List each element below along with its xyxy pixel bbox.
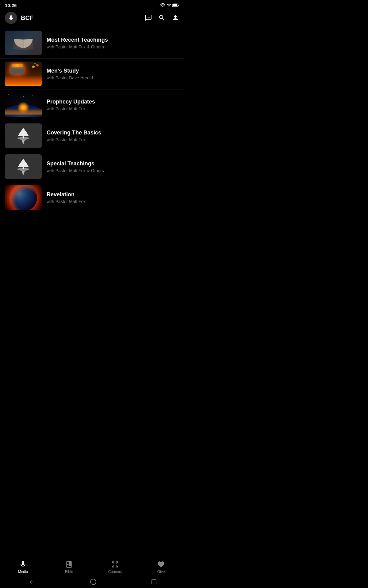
- teaching-info-revelation: Revelation with Pastor Matt Fox: [47, 191, 179, 204]
- teaching-info-prophecy: Prophecy Updates with Pastor Matt Fox: [47, 99, 179, 111]
- battery-icon: [172, 3, 179, 7]
- search-icon[interactable]: [158, 14, 166, 21]
- thumbnail-prophecy: [5, 92, 42, 117]
- teaching-subtitle-revelation: with Pastor Matt Fox: [47, 199, 179, 204]
- svg-rect-5: [10, 19, 12, 20]
- header-actions: [145, 14, 179, 21]
- app-title: BCF: [21, 14, 33, 21]
- thumbnail-covering-basics: [5, 123, 42, 148]
- teaching-subtitle-covering-basics: with Pastor Matt Fox: [47, 137, 179, 142]
- svg-marker-4: [9, 16, 13, 19]
- teaching-title-covering-basics: Covering The Basics: [47, 130, 179, 136]
- header-left: BCF: [5, 12, 33, 24]
- teaching-title-special: Special Teachings: [47, 160, 179, 167]
- teaching-item-covering-basics[interactable]: Covering The Basics with Pastor Matt Fox: [0, 120, 184, 151]
- thumbnail-revelation: [5, 185, 42, 210]
- teaching-info-most-recent: Most Recent Teachings with Pastor Matt F…: [47, 37, 179, 49]
- teaching-subtitle-mens-study: with Pastor Dave Herold: [47, 75, 179, 80]
- wifi-icon: [160, 3, 166, 7]
- teaching-item-revelation[interactable]: Revelation with Pastor Matt Fox: [0, 182, 184, 213]
- teaching-title-mens-study: Men's Study: [47, 68, 179, 74]
- bcf-logo-icon: [7, 14, 15, 22]
- status-time: 10:26: [5, 3, 17, 8]
- teaching-subtitle-prophecy: with Pastor Matt Fox: [47, 106, 179, 111]
- svg-rect-11: [23, 136, 24, 139]
- teaching-subtitle-most-recent: with Pastor Matt Fox & Others: [47, 44, 179, 49]
- teaching-list: Most Recent Teachings with Pastor Matt F…: [0, 28, 184, 213]
- account-icon[interactable]: [172, 14, 179, 21]
- bible-icon: [13, 35, 34, 52]
- forest-logo-icon-1: [11, 126, 36, 145]
- app-logo[interactable]: [5, 12, 17, 24]
- thumbnail-mens-study: [5, 62, 42, 86]
- teaching-title-revelation: Revelation: [47, 191, 179, 198]
- revelation-globe: [10, 185, 37, 210]
- teaching-item-mens-study[interactable]: Men's Study with Pastor Dave Herold: [0, 58, 184, 89]
- svg-rect-1: [178, 5, 178, 6]
- chat-icon[interactable]: [145, 14, 152, 21]
- thumbnail-most-recent: [5, 31, 42, 55]
- teaching-item-special[interactable]: Special Teachings with Pastor Matt Fox &…: [0, 151, 184, 182]
- status-bar: 10:26: [0, 0, 184, 9]
- teaching-subtitle-special: with Pastor Matt Fox & Others: [47, 168, 179, 173]
- teaching-info-covering-basics: Covering The Basics with Pastor Matt Fox: [47, 130, 179, 142]
- teaching-item-most-recent[interactable]: Most Recent Teachings with Pastor Matt F…: [0, 28, 184, 58]
- teaching-item-prophecy[interactable]: Prophecy Updates with Pastor Matt Fox: [0, 89, 184, 120]
- forest-logo-icon-2: [11, 157, 36, 176]
- teaching-info-mens-study: Men's Study with Pastor Dave Herold: [47, 68, 179, 80]
- signal-icon: [167, 3, 171, 7]
- status-icons: [160, 3, 179, 7]
- svg-rect-2: [173, 4, 177, 6]
- teaching-info-special: Special Teachings with Pastor Matt Fox &…: [47, 160, 179, 173]
- app-header: BCF: [0, 9, 184, 28]
- thumbnail-special: [5, 154, 42, 179]
- svg-rect-16: [23, 167, 24, 170]
- teaching-title-most-recent: Most Recent Teachings: [47, 37, 179, 43]
- teaching-title-prophecy: Prophecy Updates: [47, 99, 179, 105]
